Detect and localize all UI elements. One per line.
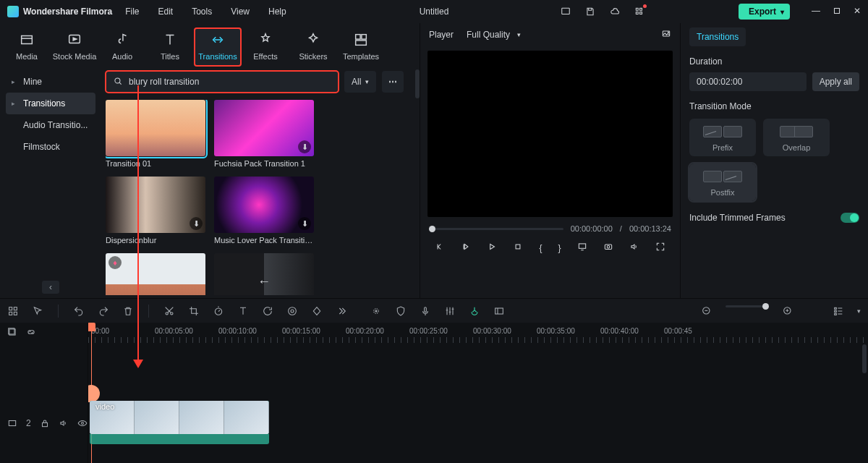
search-box[interactable] bbox=[106, 71, 339, 93]
nav-media[interactable]: Media bbox=[3, 27, 51, 67]
marker-icon[interactable] bbox=[370, 305, 382, 317]
play-button[interactable] bbox=[487, 242, 497, 254]
menu-view[interactable]: View bbox=[231, 7, 250, 17]
track-lock-icon[interactable] bbox=[40, 418, 50, 430]
layout-icon[interactable] bbox=[561, 7, 571, 17]
link-icon[interactable] bbox=[26, 327, 36, 339]
thumb-image[interactable]: ⬇ bbox=[214, 100, 314, 156]
cat-mine[interactable]: ▸Mine bbox=[6, 71, 95, 93]
nav-transitions[interactable]: Transitions bbox=[194, 27, 242, 67]
crop-icon[interactable] bbox=[188, 305, 200, 317]
track-manage-icon[interactable] bbox=[7, 327, 17, 339]
mic-icon[interactable] bbox=[420, 305, 431, 317]
color-icon[interactable] bbox=[286, 305, 298, 317]
mark-in-button[interactable]: { bbox=[539, 243, 542, 253]
thumb-item[interactable]: ⬇Dispersionblur bbox=[106, 177, 205, 245]
track-visible-icon[interactable] bbox=[77, 418, 88, 430]
thumb-image[interactable] bbox=[106, 100, 205, 156]
download-icon[interactable]: ⬇ bbox=[190, 217, 203, 230]
minimize-button[interactable]: — bbox=[812, 6, 820, 18]
favorite-icon[interactable]: ♦ bbox=[109, 256, 122, 269]
thumb-image[interactable]: ← bbox=[214, 253, 314, 295]
video-clip[interactable]: video bbox=[90, 401, 269, 434]
cloud-icon[interactable] bbox=[610, 7, 620, 17]
menu-tools[interactable]: Tools bbox=[192, 7, 212, 17]
nav-stock-media[interactable]: Stock Media bbox=[51, 27, 98, 67]
mode-prefix[interactable]: Prefix bbox=[689, 119, 756, 156]
magnet-icon[interactable] bbox=[469, 305, 480, 317]
display-icon[interactable] bbox=[577, 242, 587, 254]
mode-postfix[interactable]: Postfix bbox=[689, 163, 756, 201]
undo-icon[interactable] bbox=[73, 305, 85, 317]
save-icon[interactable] bbox=[585, 7, 595, 17]
track-mute-icon[interactable] bbox=[59, 418, 69, 430]
more-options-button[interactable]: ⋯ bbox=[382, 71, 404, 93]
filter-all-dropdown[interactable]: All▾ bbox=[344, 71, 376, 93]
camera-icon[interactable] bbox=[603, 242, 613, 254]
snapshot-icon[interactable] bbox=[661, 29, 671, 41]
timeline-scrollbar[interactable] bbox=[862, 344, 867, 373]
nav-titles[interactable]: Titles bbox=[146, 27, 194, 67]
download-icon[interactable]: ⬇ bbox=[298, 140, 311, 153]
timeline-body[interactable]: 00:0000:00:05:0000:00:10:0000:00:15:0000… bbox=[88, 323, 868, 463]
thumb-item[interactable]: Transition 01 bbox=[106, 100, 205, 168]
edit-mode-icon[interactable] bbox=[7, 305, 19, 317]
time-ruler[interactable]: 00:0000:00:05:0000:00:10:0000:00:15:0000… bbox=[88, 323, 868, 344]
quality-dropdown[interactable]: Full Quality▾ bbox=[467, 30, 521, 40]
redo-icon[interactable] bbox=[98, 305, 109, 317]
include-trim-toggle[interactable] bbox=[841, 213, 859, 223]
mark-out-button[interactable]: } bbox=[558, 243, 561, 253]
collapse-sidebar-button[interactable]: ‹ bbox=[42, 281, 59, 294]
props-tab-transitions[interactable]: Transitions bbox=[689, 27, 746, 46]
nav-audio[interactable]: Audio bbox=[98, 27, 146, 67]
thumb-item[interactable]: ♦ bbox=[106, 253, 205, 295]
duration-input[interactable]: 00:00:02:00 bbox=[689, 72, 807, 91]
apply-all-button[interactable]: Apply all bbox=[812, 72, 859, 91]
nav-effects[interactable]: Effects bbox=[242, 27, 289, 67]
thumb-item[interactable]: ← bbox=[214, 253, 314, 295]
nav-stickers[interactable]: Stickers bbox=[289, 27, 337, 67]
track-video-icon[interactable] bbox=[7, 418, 17, 430]
apps-icon[interactable] bbox=[634, 7, 644, 17]
seek-slider[interactable] bbox=[429, 228, 563, 230]
nav-templates[interactable]: Templates bbox=[337, 27, 385, 67]
thumb-image[interactable]: ⬇ bbox=[106, 177, 205, 233]
cut-icon[interactable] bbox=[163, 305, 175, 317]
clip-audio-wave[interactable] bbox=[90, 434, 269, 444]
prev-frame-button[interactable] bbox=[435, 242, 445, 254]
cat-audio-transitions[interactable]: ▸Audio Transitio... bbox=[6, 114, 95, 136]
export-button[interactable]: Export▾ bbox=[739, 4, 790, 20]
thumb-image[interactable]: ⬇ bbox=[214, 177, 314, 233]
zoom-out-icon[interactable] bbox=[701, 305, 712, 317]
mode-overlap[interactable]: Overlap bbox=[763, 119, 830, 156]
audio-mix-icon[interactable] bbox=[444, 305, 456, 317]
zoom-slider[interactable] bbox=[726, 305, 769, 307]
fullscreen-icon[interactable] bbox=[655, 242, 665, 254]
aspect-icon[interactable] bbox=[493, 305, 505, 317]
more-tools-icon[interactable] bbox=[336, 305, 347, 317]
shield-icon[interactable] bbox=[395, 305, 407, 317]
thumb-item[interactable]: ⬇Music Lover Pack Transition ... bbox=[214, 177, 314, 245]
thumb-item[interactable]: ⬇Fuchsia Pack Transition 1 bbox=[214, 100, 314, 168]
grid-scrollbar[interactable] bbox=[415, 69, 420, 98]
menu-edit[interactable]: Edit bbox=[158, 7, 173, 17]
play-backward-button[interactable] bbox=[461, 242, 471, 254]
cat-filmstock[interactable]: ▸Filmstock bbox=[6, 136, 95, 158]
maximize-button[interactable] bbox=[832, 6, 842, 18]
speed-icon[interactable] bbox=[213, 305, 224, 317]
stop-button[interactable] bbox=[513, 242, 523, 254]
view-options-icon[interactable] bbox=[833, 305, 844, 317]
thumb-image[interactable]: ♦ bbox=[106, 253, 205, 295]
cat-transitions[interactable]: ▸Transitions bbox=[6, 93, 95, 114]
menu-help[interactable]: Help bbox=[268, 7, 286, 17]
zoom-in-icon[interactable] bbox=[782, 305, 793, 317]
download-icon[interactable]: ⬇ bbox=[298, 217, 311, 230]
preview-area[interactable] bbox=[427, 51, 673, 217]
keyframe-icon[interactable] bbox=[311, 305, 323, 317]
pointer-icon[interactable] bbox=[32, 305, 43, 317]
transition-chip[interactable] bbox=[88, 385, 100, 402]
view-options-chevron-icon[interactable]: ▾ bbox=[857, 305, 861, 317]
close-button[interactable]: ✕ bbox=[854, 6, 861, 18]
delete-icon[interactable] bbox=[122, 305, 134, 317]
search-input[interactable] bbox=[129, 77, 331, 87]
